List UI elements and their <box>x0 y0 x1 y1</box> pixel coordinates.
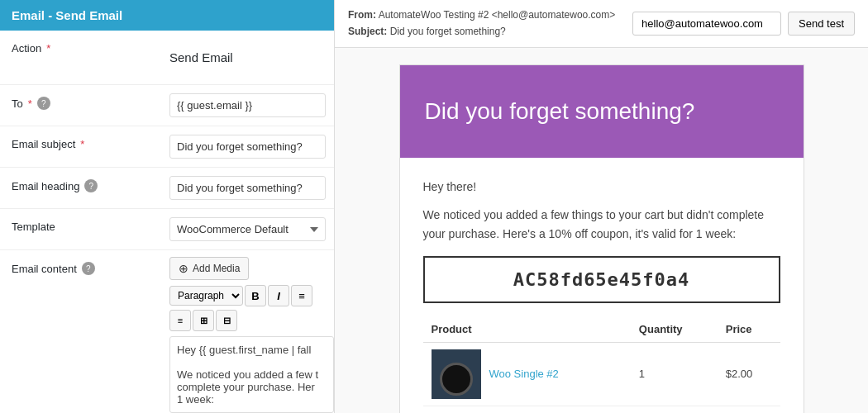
action-value: Send Email <box>169 39 233 76</box>
from-line: From: AutomateWoo Testing #2 <hello@auto… <box>348 7 615 23</box>
email-preview: Did you forget something? Hey there! We … <box>335 48 868 413</box>
template-row: Template WooCommerce Default <box>0 209 334 250</box>
email-subject-control <box>169 126 334 167</box>
to-row: To * ? <box>0 85 334 126</box>
subject-label: Subject: <box>348 26 387 37</box>
email-subject-input[interactable] <box>169 135 326 159</box>
email-content-row: Email content ? ⊕ Add Media Paragraph B … <box>0 250 334 413</box>
email-card: Did you forget something? Hey there! We … <box>399 64 804 413</box>
email-heading-help-icon[interactable]: ? <box>84 179 98 192</box>
product-table: Product Quantity Price <box>423 316 780 406</box>
to-control <box>169 85 334 126</box>
price-cell: $2.00 <box>718 342 780 406</box>
list-button[interactable]: ≡ <box>291 285 312 306</box>
to-label: To * ? <box>0 85 169 121</box>
editor-toolbar: Paragraph B I ≡ <box>169 285 312 306</box>
product-image <box>432 349 481 399</box>
from-value: AutomateWoo Testing #2 <hello@automatewo… <box>379 9 616 21</box>
email-body-text: We noticed you added a few things to you… <box>423 206 780 243</box>
to-required: * <box>28 97 32 110</box>
panel-header: Email - Send Email <box>0 0 334 31</box>
table-button[interactable]: ⊞ <box>193 310 214 331</box>
to-input[interactable] <box>169 93 326 117</box>
italic-button[interactable]: I <box>268 285 289 306</box>
email-subject-required: * <box>80 138 84 150</box>
email-heading-row: Email heading ? <box>0 168 334 209</box>
send-test-input[interactable] <box>632 12 781 36</box>
table-header-row: Product Quantity Price <box>423 316 780 343</box>
to-help-icon[interactable]: ? <box>37 97 50 110</box>
editor-toolbar-row2: ≡ ⊞ ⊟ <box>169 310 237 331</box>
subject-value: Did you forget something? <box>390 26 506 37</box>
email-subject-row: Email subject * <box>0 126 334 168</box>
email-heading-label: Email heading ? <box>0 168 169 204</box>
product-link[interactable]: Woo Single #2 <box>489 368 559 380</box>
from-label: From: <box>348 9 376 21</box>
right-panel: From: AutomateWoo Testing #2 <hello@auto… <box>335 0 868 413</box>
action-label: Action * <box>0 31 169 66</box>
email-meta-bar: From: AutomateWoo Testing #2 <hello@auto… <box>335 0 868 48</box>
email-greeting: Hey there! <box>423 178 780 196</box>
email-content-control: ⊕ Add Media Paragraph B I ≡ ≡ ⊞ <box>169 250 334 413</box>
add-media-label: Add Media <box>193 263 240 274</box>
bold-button[interactable]: B <box>245 285 266 306</box>
email-heading: Did you forget something? <box>425 98 779 125</box>
vinyl-record-icon <box>440 363 473 396</box>
send-test-wrap: Send test <box>632 12 855 36</box>
quantity-cell: 1 <box>631 342 718 406</box>
form-rows: Action * Send Email To * ? <box>0 31 334 413</box>
send-test-button[interactable]: Send test <box>788 12 855 36</box>
editor-line4: 1 week: <box>177 393 327 406</box>
align-left-button[interactable]: ≡ <box>169 310 191 331</box>
table-row: Woo Single #2 1 $2.00 <box>423 342 780 406</box>
grid-button[interactable]: ⊟ <box>216 310 237 331</box>
col-product: Product <box>423 316 631 343</box>
col-price: Price <box>718 316 780 343</box>
action-row: Action * Send Email <box>0 31 334 85</box>
editor-line3: complete your purchase. Her <box>177 381 327 393</box>
add-media-icon: ⊕ <box>179 262 188 275</box>
email-content-label: Email content ? <box>0 250 169 287</box>
paragraph-select[interactable]: Paragraph <box>169 286 243 306</box>
add-media-button[interactable]: ⊕ Add Media <box>169 257 249 280</box>
subject-line: Subject: Did you forget something? <box>348 23 615 40</box>
template-select[interactable]: WooCommerce Default <box>169 217 326 241</box>
panel-title: Email - Send Email <box>12 8 122 22</box>
action-control: Send Email <box>169 31 334 84</box>
editor-line1: Hey {{ guest.first_name | fall <box>177 344 327 356</box>
action-required: * <box>46 42 50 55</box>
email-heading-control <box>169 168 334 208</box>
email-header-banner: Did you forget something? <box>400 65 804 158</box>
template-control: WooCommerce Default <box>169 209 334 249</box>
email-content-help-icon[interactable]: ? <box>82 262 95 275</box>
coupon-box: AC58fd65e45f0a4 <box>423 256 780 303</box>
email-subject-label: Email subject * <box>0 126 169 162</box>
template-label: Template <box>0 209 169 244</box>
product-cell: Woo Single #2 <box>423 342 631 406</box>
left-panel: Email - Send Email Action * Send Email T… <box>0 0 335 413</box>
email-meta-text: From: AutomateWoo Testing #2 <hello@auto… <box>348 7 615 40</box>
editor-content-area[interactable]: Hey {{ guest.first_name | fall We notice… <box>169 336 334 413</box>
editor-line2: We noticed you added a few t <box>177 368 327 381</box>
coupon-code: AC58fd65e45f0a4 <box>513 269 690 290</box>
col-quantity: Quantity <box>631 316 718 343</box>
email-body: Hey there! We noticed you added a few th… <box>400 158 804 413</box>
email-heading-input[interactable] <box>169 176 326 200</box>
